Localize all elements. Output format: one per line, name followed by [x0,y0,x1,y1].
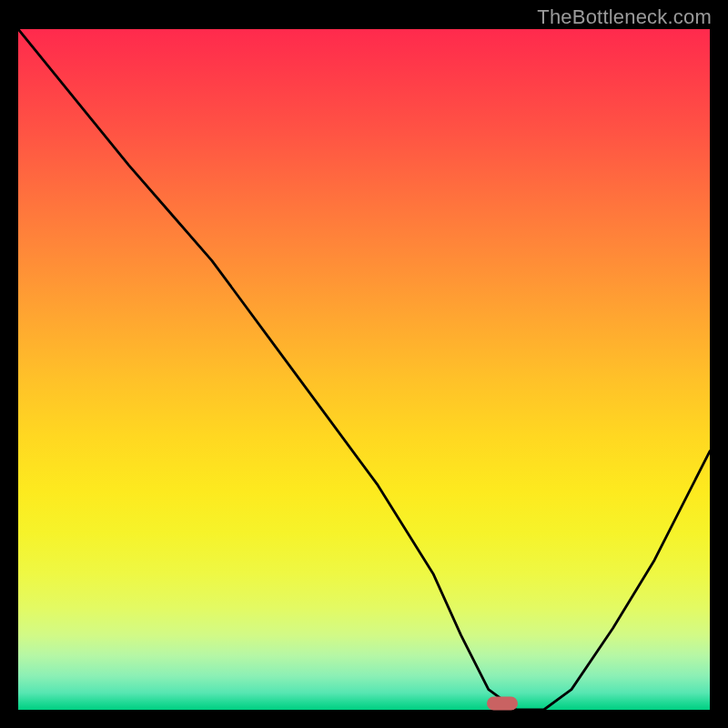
curve-path [18,29,710,710]
optimal-marker [487,697,518,711]
plot-area [18,29,710,710]
chart-frame: TheBottleneck.com [0,0,728,728]
bottleneck-curve [18,29,710,710]
watermark-text: TheBottleneck.com [537,5,712,29]
